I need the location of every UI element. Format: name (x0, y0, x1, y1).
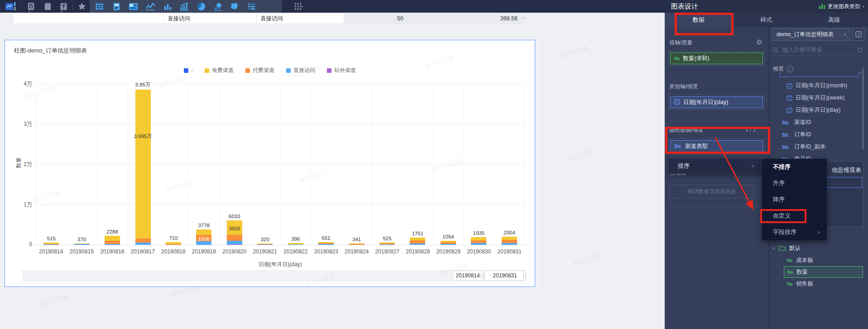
bar-segment-直接访问[interactable] (196, 241, 211, 245)
clipboard-icon[interactable] (42, 2, 53, 11)
bar-segment-免费渠道[interactable] (471, 237, 486, 240)
field-row-日期(年月日)(month)[interactable]: 日期(年月日)(month) (768, 80, 868, 92)
slider-start-box[interactable]: 20190814 (453, 271, 483, 281)
bar-segment-付费渠道[interactable] (410, 240, 425, 243)
table-icon[interactable] (93, 2, 105, 11)
dataset-select[interactable]: demo_订单信息明细表 ▾ (772, 28, 850, 41)
list-icon[interactable] (245, 2, 257, 11)
bar-segment-付费渠道[interactable] (502, 240, 517, 243)
sort-menu-option[interactable]: 降序 (762, 191, 827, 208)
stacked-bar[interactable] (471, 237, 486, 245)
field-row-订单ID_副本[interactable]: Str.订单ID_副本 (768, 141, 868, 153)
color-legend-chip[interactable]: Str. 渠道类型 (670, 140, 763, 152)
bar-chart-icon[interactable] (162, 2, 173, 11)
bar-segment-付费渠道[interactable] (349, 244, 364, 245)
stacked-bar[interactable] (74, 243, 90, 245)
legend-item[interactable]: 站外渠道 (327, 67, 356, 74)
bar-segment-直接访问[interactable] (502, 243, 517, 245)
refresh-icon[interactable] (857, 47, 863, 53)
star-icon[interactable] (76, 2, 88, 11)
scroll-down-icon[interactable]: > (521, 17, 526, 19)
field-row-订单ID[interactable]: Str.订单ID (768, 129, 868, 141)
stacked-bar[interactable] (502, 237, 517, 245)
field-row-日期(年月日)(week)[interactable]: 日期(年月日)(week) (768, 92, 868, 104)
slider-end-box[interactable]: 20190831 (484, 271, 525, 281)
sort-menu-option[interactable]: 自定义 (762, 208, 827, 224)
stacked-bar[interactable] (318, 242, 334, 245)
measure-chip[interactable]: № 数量(求和) (670, 52, 763, 64)
dimension-dropzone[interactable]: 日期(年月日)(day) (668, 95, 765, 110)
stacked-bar[interactable] (410, 238, 425, 245)
bar-segment-直接访问[interactable] (379, 244, 395, 245)
slider-end-handle[interactable] (523, 273, 526, 278)
sort-menu-item[interactable]: 排序 > (668, 158, 761, 174)
page-icon[interactable] (110, 2, 122, 11)
bar-segment-站外渠道[interactable] (227, 244, 242, 245)
map-icon[interactable] (228, 2, 240, 11)
legend-item[interactable]: 直接访问 (286, 67, 315, 74)
bar-segment-直接访问[interactable] (410, 243, 425, 245)
bar-chart-card[interactable]: 柱图-demo_订单信息明细表 -免费渠道付费渠道直接访问站外渠道 数量 4万3… (5, 40, 535, 287)
measure-row-数量[interactable]: №数量 (784, 266, 863, 278)
bar-segment-直接访问[interactable] (105, 244, 120, 245)
dataset-edit-button[interactable] (853, 28, 864, 41)
slider-start-handle[interactable] (481, 273, 484, 278)
field-search-input[interactable]: 输入关键字搜索 (771, 44, 864, 56)
bar-segment-直接访问[interactable] (43, 244, 59, 245)
bar-segment-直接访问[interactable] (318, 244, 334, 245)
caret-down-icon: ▾ (61, 10, 62, 14)
measure-folder-row[interactable]: ▾ 默认 (768, 243, 868, 253)
bar-segment-免费渠道[interactable] (502, 237, 517, 240)
dashboard-icon[interactable] (127, 2, 139, 11)
bar-segment-直接访问[interactable] (441, 244, 456, 245)
stacked-bar[interactable] (105, 236, 120, 245)
stacked-bar[interactable] (288, 243, 303, 245)
sort-menu-option[interactable]: 升序 (762, 175, 827, 191)
stacked-bar[interactable] (379, 243, 395, 245)
pie-chart-icon[interactable] (195, 2, 207, 11)
bar-segment-付费渠道[interactable] (135, 238, 151, 243)
bar-segment-免费渠道[interactable] (135, 90, 151, 238)
legend-item[interactable]: 免费渠道 (205, 67, 234, 74)
bar-segment-直接访问[interactable] (135, 243, 151, 245)
bar-segment-免费渠道[interactable] (196, 229, 211, 234)
report-search-icon[interactable] (25, 2, 37, 11)
bar-segment-直接访问[interactable] (227, 241, 242, 244)
stacked-bar[interactable] (349, 243, 364, 245)
sort-menu-option[interactable]: 字段排序> (762, 224, 827, 240)
legend-item[interactable]: 付费渠道 (245, 67, 274, 74)
measure-row-销售额[interactable]: №销售额 (768, 278, 868, 290)
legend-item[interactable]: - (184, 67, 193, 74)
stacked-bar[interactable] (441, 241, 456, 245)
color-legend-dropzone[interactable]: Str. 渠道类型 (668, 138, 765, 154)
stacked-bar[interactable] (135, 90, 151, 245)
text-icon[interactable] (58, 2, 69, 11)
stacked-bar[interactable] (227, 220, 242, 245)
date-range-slider[interactable]: 20190814 20190831 (22, 270, 526, 281)
scrollbar[interactable] (862, 68, 864, 149)
stacked-bar[interactable] (257, 243, 273, 245)
bar-segment-直接访问[interactable] (288, 244, 303, 245)
field-row-日期(年月日)(day)[interactable]: 日期(年月日)(day) (768, 104, 868, 116)
app-logo-icon[interactable] (5, 2, 17, 11)
bubble-chart-icon[interactable] (212, 2, 224, 11)
sort-menu-option[interactable]: 不排序 (762, 159, 827, 175)
gear-icon[interactable] (756, 39, 762, 47)
stacked-bar[interactable] (166, 242, 181, 245)
line-chart-icon[interactable] (144, 2, 156, 11)
bar-segment-直接访问[interactable] (74, 244, 90, 245)
tab-数据[interactable]: 数据 (665, 13, 733, 27)
measure-dropzone[interactable]: № 数量(求和) (668, 51, 765, 66)
measure-row-成本额[interactable]: №成本额 (768, 254, 868, 266)
bar-segment-免费渠道[interactable] (105, 236, 120, 241)
stacked-bar[interactable] (43, 243, 59, 245)
field-row-渠道ID[interactable]: Str.渠道ID (768, 116, 868, 129)
dimension-chip[interactable]: 日期(年月日)(day) (670, 96, 763, 108)
bar-segment-直接访问[interactable] (257, 244, 273, 245)
trend-chart-icon[interactable] (178, 2, 190, 11)
drag-field-dropzone[interactable]: 拖动数据字段至此处 (669, 185, 754, 198)
info-icon[interactable]: i (786, 66, 793, 72)
bar-segment-付费渠道[interactable] (166, 244, 181, 245)
bar-segment-付费渠道[interactable] (227, 235, 242, 240)
bar-segment-直接访问[interactable] (471, 243, 486, 245)
